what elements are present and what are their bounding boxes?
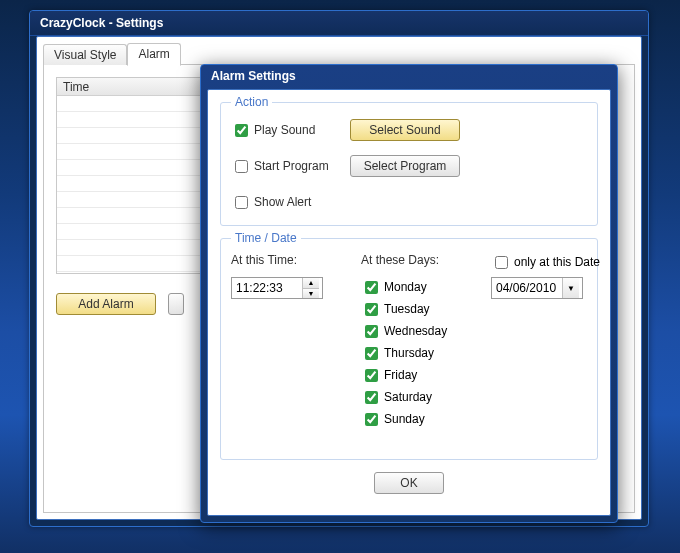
label-thursday: Thursday	[384, 346, 434, 360]
label-sunday: Sunday	[384, 412, 425, 426]
alarm-settings-window: Alarm Settings Action Play Sound Select …	[200, 64, 618, 523]
checkbox-monday[interactable]	[365, 281, 378, 294]
checkbox-play-sound[interactable]	[235, 124, 248, 137]
checkbox-sunday[interactable]	[365, 413, 378, 426]
day-row-friday: Friday	[361, 365, 491, 385]
select-sound-button[interactable]: Select Sound	[350, 119, 460, 141]
chevron-down-icon: ▼	[567, 284, 575, 293]
label-only-date: only at this Date	[514, 255, 600, 269]
alarm-settings-titlebar[interactable]: Alarm Settings	[201, 65, 617, 89]
date-picker[interactable]: ▼	[491, 277, 583, 299]
time-spin-up[interactable]: ▲	[303, 278, 319, 289]
day-row-sunday: Sunday	[361, 409, 491, 429]
time-spin-buttons: ▲ ▼	[302, 278, 319, 298]
add-alarm-button[interactable]: Add Alarm	[56, 293, 156, 315]
date-input[interactable]	[492, 278, 562, 298]
ok-label: OK	[400, 476, 417, 490]
label-show-alert: Show Alert	[254, 195, 311, 209]
day-row-monday: Monday	[361, 277, 491, 297]
label-friday: Friday	[384, 368, 417, 382]
group-action: Action Play Sound Select Sound Start Pro…	[220, 102, 598, 226]
date-dropdown-button[interactable]: ▼	[562, 278, 579, 298]
checkbox-tuesday[interactable]	[365, 303, 378, 316]
group-action-legend: Action	[231, 95, 272, 109]
label-monday: Monday	[384, 280, 427, 294]
col-at-time: At this Time: ▲ ▼	[231, 253, 361, 431]
settings-title: CrazyClock - Settings	[40, 16, 163, 30]
checkbox-show-alert[interactable]	[235, 196, 248, 209]
checkbox-only-date[interactable]	[495, 256, 508, 269]
time-spin-down[interactable]: ▼	[303, 289, 319, 299]
tab-alarm-label: Alarm	[138, 47, 169, 61]
at-days-label: At these Days:	[361, 253, 491, 271]
tab-visual-style-label: Visual Style	[54, 48, 116, 62]
tab-alarm[interactable]: Alarm	[127, 43, 180, 66]
secondary-button-partial[interactable]	[168, 293, 184, 315]
add-alarm-label: Add Alarm	[78, 297, 133, 311]
time-input[interactable]	[232, 278, 302, 298]
day-list: Monday Tuesday Wednesday	[361, 277, 491, 431]
day-row-tuesday: Tuesday	[361, 299, 491, 319]
day-row-saturday: Saturday	[361, 387, 491, 407]
label-tuesday: Tuesday	[384, 302, 430, 316]
checkbox-start-program[interactable]	[235, 160, 248, 173]
ok-button[interactable]: OK	[374, 472, 444, 494]
checkbox-saturday[interactable]	[365, 391, 378, 404]
checkbox-thursday[interactable]	[365, 347, 378, 360]
label-saturday: Saturday	[384, 390, 432, 404]
select-program-button[interactable]: Select Program	[350, 155, 460, 177]
checkbox-friday[interactable]	[365, 369, 378, 382]
label-wednesday: Wednesday	[384, 324, 447, 338]
select-program-label: Select Program	[364, 159, 447, 173]
col-at-days: At these Days: Monday Tuesday	[361, 253, 491, 431]
select-sound-label: Select Sound	[369, 123, 440, 137]
day-row-wednesday: Wednesday	[361, 321, 491, 341]
label-play-sound: Play Sound	[254, 123, 350, 137]
alarm-settings-client: Action Play Sound Select Sound Start Pro…	[207, 89, 611, 516]
settings-titlebar[interactable]: CrazyClock - Settings	[30, 11, 648, 36]
checkbox-wednesday[interactable]	[365, 325, 378, 338]
tabstrip: Visual Style Alarm	[43, 43, 635, 65]
day-row-thursday: Thursday	[361, 343, 491, 363]
time-spinner[interactable]: ▲ ▼	[231, 277, 323, 299]
at-time-label: At this Time:	[231, 253, 361, 271]
label-start-program: Start Program	[254, 159, 350, 173]
group-timedate: Time / Date At this Time: ▲ ▼	[220, 238, 598, 460]
group-timedate-legend: Time / Date	[231, 231, 301, 245]
alarm-settings-title: Alarm Settings	[211, 69, 296, 83]
tab-visual-style[interactable]: Visual Style	[43, 44, 127, 66]
col-only-date: only at this Date ▼	[491, 253, 621, 431]
